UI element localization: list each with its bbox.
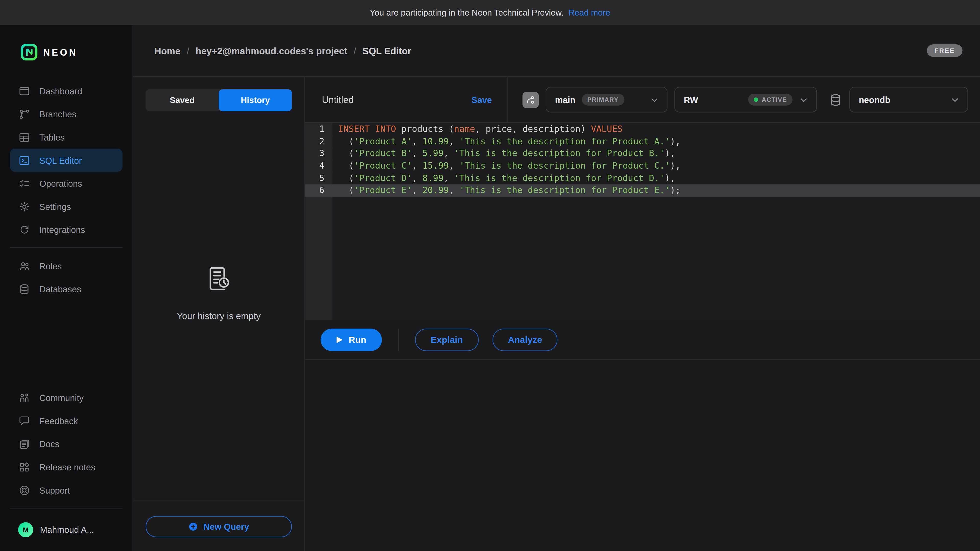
branch-select[interactable]: main PRIMARY [546, 87, 668, 112]
sidebar-item-integrations[interactable]: Integrations [10, 218, 123, 241]
line-source: ('Product C', 15.99, 'This is the descri… [332, 160, 681, 172]
line-number: 2 [305, 135, 332, 148]
neon-logo-icon [21, 44, 38, 60]
chevron-down-icon [950, 95, 960, 105]
connection-selectors: main PRIMARY RW ACTIVE [508, 87, 980, 112]
branch-name: main [555, 95, 576, 105]
plus-circle-icon [188, 522, 198, 532]
sidebar-item-roles[interactable]: Roles [10, 254, 123, 278]
sql-editor-panel: Untitled Save main [305, 77, 980, 551]
line-source: ('Product D', 8.99, 'This is the descrip… [332, 172, 675, 184]
sidebar-nav-footer: Community Feedback Docs Release notes Su… [0, 386, 132, 502]
topbar: Home / hey+2@mahmoud.codes's project / S… [133, 25, 980, 77]
play-icon [336, 336, 343, 344]
operations-icon [18, 177, 30, 189]
sidebar-item-sql-editor[interactable]: SQL Editor [10, 149, 123, 172]
integrations-icon [18, 224, 30, 236]
line-source: ('Product A', 10.99, 'This is the descri… [332, 135, 681, 148]
sidebar-item-release-notes[interactable]: Release notes [10, 455, 123, 478]
release-notes-icon [18, 461, 30, 473]
compute-name: RW [684, 95, 698, 105]
breadcrumb-separator: / [353, 45, 356, 56]
gear-icon [18, 200, 30, 213]
line-source: ('Product B', 5.99, 'This is the descrip… [332, 148, 675, 160]
sidebar-item-databases[interactable]: Databases [10, 277, 123, 300]
avatar: M [18, 522, 33, 537]
sidebar-item-community[interactable]: Community [10, 386, 123, 409]
breadcrumb: Home / hey+2@mahmoud.codes's project / S… [154, 45, 411, 56]
line-number: 5 [305, 172, 332, 184]
database-name: neondb [859, 95, 891, 105]
breadcrumb-current-page: SQL Editor [363, 45, 411, 56]
dashboard-icon [18, 85, 30, 97]
line-number: 4 [305, 160, 332, 172]
history-empty-icon [204, 265, 233, 294]
sidebar-item-feedback[interactable]: Feedback [10, 409, 123, 432]
results-area [305, 360, 980, 551]
branches-icon [18, 108, 30, 120]
breadcrumb-project[interactable]: hey+2@mahmoud.codes's project [196, 45, 347, 56]
compute-select[interactable]: RW ACTIVE [674, 87, 817, 112]
community-icon [18, 391, 30, 404]
code-line[interactable]: 5 ('Product D', 8.99, 'This is the descr… [305, 172, 980, 184]
sidebar-item-support[interactable]: Support [10, 478, 123, 502]
query-title[interactable]: Untitled [322, 94, 354, 105]
history-empty-message: Your history is empty [177, 311, 261, 321]
branch-icon-button[interactable] [522, 92, 539, 108]
code-line[interactable]: 2 ('Product A', 10.99, 'This is the desc… [305, 135, 980, 148]
line-source: INSERT INTO products (name, price, descr… [332, 123, 623, 135]
line-source: ('Product E', 20.99, 'This is the descri… [332, 185, 681, 197]
sidebar-item-operations[interactable]: Operations [10, 171, 123, 195]
explain-button[interactable]: Explain [415, 329, 479, 351]
analyze-button[interactable]: Analyze [492, 329, 558, 351]
tech-preview-banner: You are participating in the Neon Techni… [0, 0, 980, 25]
database-select[interactable]: neondb [850, 87, 968, 112]
branch-icon [526, 95, 536, 105]
new-query-label: New Query [204, 522, 249, 532]
primary-badge: PRIMARY [582, 94, 624, 106]
history-footer: New Query [133, 500, 304, 551]
code-line[interactable]: 3 ('Product B', 5.99, 'This is the descr… [305, 148, 980, 160]
history-empty-state: Your history is empty [133, 86, 304, 500]
history-panel: Saved History Your hist [133, 77, 305, 551]
editor-actions: Run Explain Analyze [305, 321, 980, 360]
tables-icon [18, 131, 30, 143]
save-button[interactable]: Save [471, 95, 492, 105]
chevron-down-icon [649, 95, 659, 105]
run-button[interactable]: Run [321, 329, 382, 351]
sidebar-footer-divider [10, 508, 123, 508]
database-icon [829, 93, 842, 106]
chevron-down-icon [799, 95, 809, 105]
sidebar-item-branches[interactable]: Branches [10, 103, 123, 126]
code-line[interactable]: 4 ('Product C', 15.99, 'This is the desc… [305, 160, 980, 172]
status-dot [754, 97, 758, 102]
code-line[interactable]: 6 ('Product E', 20.99, 'This is the desc… [305, 185, 980, 197]
neon-logo[interactable]: NEON [0, 44, 132, 60]
read-more-link[interactable]: Read more [569, 8, 611, 17]
actions-divider [398, 329, 399, 351]
neon-console-window: You are participating in the Neon Techni… [0, 0, 980, 551]
plan-badge: FREE [927, 44, 963, 57]
line-number: 3 [305, 148, 332, 160]
breadcrumb-separator: / [186, 45, 189, 56]
code-line[interactable]: 1 INSERT INTO products (name, price, des… [305, 123, 980, 135]
sql-code-area[interactable]: 1 INSERT INTO products (name, price, des… [305, 123, 980, 321]
roles-icon [18, 260, 30, 272]
line-number: 6 [305, 185, 332, 197]
breadcrumb-home[interactable]: Home [154, 45, 180, 56]
docs-icon [18, 438, 30, 450]
sql-editor-icon [18, 154, 30, 167]
feedback-icon [18, 414, 30, 427]
new-query-button[interactable]: New Query [146, 516, 292, 537]
editor-header: Untitled Save main [305, 77, 980, 123]
active-badge: ACTIVE [748, 94, 793, 106]
sidebar-item-docs[interactable]: Docs [10, 432, 123, 456]
sidebar-item-settings[interactable]: Settings [10, 195, 123, 218]
sidebar-divider [10, 248, 123, 248]
user-name: Mahmoud A... [40, 525, 94, 535]
user-menu[interactable]: M Mahmoud A... [0, 522, 132, 537]
databases-icon [18, 283, 30, 295]
banner-message: You are participating in the Neon Techni… [370, 8, 563, 17]
sidebar-item-tables[interactable]: Tables [10, 125, 123, 149]
sidebar-item-dashboard[interactable]: Dashboard [10, 79, 123, 103]
